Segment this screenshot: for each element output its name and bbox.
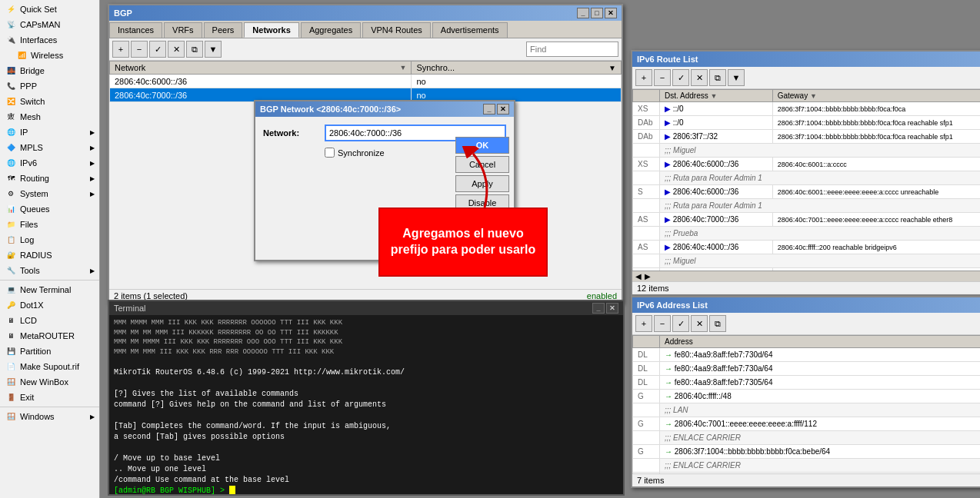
terminal-prompt-line: [admin@RB BGP WISPHUB] > — [114, 486, 618, 494]
synchronize-checkbox[interactable] — [325, 148, 335, 158]
table-row[interactable]: G → 2806:40c:7001::eeee:eeee:eeee:a:ffff… — [633, 417, 981, 431]
bgp-close-btn[interactable]: ✕ — [605, 8, 617, 18]
comment-cell: ;;; Miguel — [660, 144, 981, 158]
check-btn[interactable]: ✓ — [149, 41, 166, 58]
table-row[interactable]: DAb ▶ 2806:3f7::/32 2806:3f7:1004::bbbb:… — [633, 130, 981, 144]
sidebar-item-quickset[interactable]: ⚡ Quick Set — [0, 2, 99, 17]
addr-remove-btn[interactable]: − — [654, 315, 671, 332]
sidebar-item-tools[interactable]: 🔧 Tools ▶ — [0, 263, 99, 278]
ipv6-remove-btn[interactable]: − — [654, 69, 671, 86]
addr-cross-btn[interactable]: ✕ — [691, 315, 708, 332]
sidebar-item-capsman[interactable]: 📡 CAPsMAN — [0, 17, 99, 32]
tab-networks[interactable]: Networks — [244, 22, 299, 38]
sidebar-item-dot1x[interactable]: 🔑 Dot1X — [0, 297, 99, 313]
sidebar-item-system[interactable]: ⚙ System ▶ — [0, 186, 99, 201]
terminal-minimize-btn[interactable]: _ — [592, 303, 605, 314]
tab-vpn4routes[interactable]: VPN4 Routes — [362, 22, 431, 38]
table-row[interactable]: AS ▶ 2806:40c:4000::/36 2806:40c:ffff::2… — [633, 241, 981, 254]
copy-btn[interactable]: ⧉ — [186, 41, 203, 58]
sidebar-item-ppp[interactable]: 📞 PPP — [0, 78, 99, 94]
tab-aggregates[interactable]: Aggregates — [301, 22, 361, 38]
dialog-minimize-btn[interactable]: _ — [483, 104, 495, 115]
sidebar-item-queues[interactable]: 📊 Queues — [0, 201, 99, 217]
col-dst[interactable]: Dst. Address ▼ — [660, 90, 773, 102]
table-row[interactable]: ;;; ENLACE CARRIER — [633, 431, 981, 445]
table-row[interactable]: ;;; Miguel — [633, 254, 981, 268]
col-flag-hdr[interactable] — [633, 90, 660, 102]
col-address[interactable]: Address ▼ ≡ — [660, 336, 981, 348]
addr-check-btn[interactable]: ✓ — [672, 315, 689, 332]
table-row[interactable]: G → 2806:3f7:1004::bbbb:bbbb:bbbb:f0ca:b… — [633, 445, 981, 459]
tab-advertisements[interactable]: Advertisements — [432, 22, 508, 38]
sidebar-item-routing[interactable]: 🗺 Routing ▶ — [0, 171, 99, 186]
addr-copy-btn[interactable]: ⧉ — [709, 315, 726, 332]
sidebar-item-exit[interactable]: 🚪 Exit — [0, 390, 99, 405]
table-row[interactable]: XS ▶ 2806:40c:6000::/36 2806:40c:6001::a… — [633, 158, 981, 171]
bgp-find-input[interactable] — [526, 42, 618, 57]
sidebar-item-mesh[interactable]: 🕸 Mesh — [0, 109, 99, 124]
table-row[interactable]: DAb ▶ ::/0 2806:3f7:1004::bbbb:bbbb:bbbb… — [633, 116, 981, 130]
add-btn[interactable]: + — [112, 41, 129, 58]
sidebar-item-bridge[interactable]: 🌉 Bridge — [0, 63, 99, 78]
sidebar-item-interfaces[interactable]: 🔌 Interfaces — [0, 32, 99, 48]
table-row[interactable]: XS ▶ ::/0 2806:3f7:1004::bbbb:bbbb:bbbb:… — [633, 102, 981, 116]
gw-cell: 2806:3f7:1004::bbbb:bbbb:bbbb:f0ca:f0ca … — [772, 130, 980, 144]
table-row[interactable]: ;;; Ruta para Router Admin 1 — [633, 171, 981, 185]
table-row[interactable]: ;;; LAN — [633, 403, 981, 417]
dialog-close-btn[interactable]: ✕ — [497, 104, 509, 115]
tab-instances[interactable]: Instances — [109, 22, 162, 38]
col-synchro[interactable]: Synchro... ▼ — [412, 61, 622, 75]
sidebar-item-new-winbox[interactable]: 🪟 New WinBox — [0, 374, 99, 390]
col-gw[interactable]: Gateway ▼ — [772, 90, 980, 102]
sidebar-item-partition[interactable]: 💾 Partition — [0, 344, 99, 359]
table-row[interactable]: ;;; Ruta para Router Admin 1 — [633, 199, 981, 213]
table-row[interactable]: ;;; Miguel — [633, 144, 981, 158]
scroll-left-btn[interactable]: ◀ — [635, 272, 642, 281]
sidebar-item-mpls[interactable]: 🔷 MPLS ▶ — [0, 140, 99, 155]
table-row[interactable]: DL → fe80::4aa9:8aff:feb7:730a/64 — [633, 362, 981, 376]
table-row[interactable]: DL → fe80::4aa9:8aff:feb7:7305/64 — [633, 376, 981, 390]
remove-btn[interactable]: − — [131, 41, 148, 58]
sidebar-item-files[interactable]: 📁 Files — [0, 217, 99, 232]
terminal-body[interactable]: MMM MMMM MMM III KKK KKK RRRRRRR OOOOOO … — [109, 315, 623, 494]
table-row[interactable]: S ▶ 2806:40c:6000::/36 2806:40c:6001::ee… — [633, 185, 981, 199]
sidebar-item-ip[interactable]: 🌐 IP ▶ — [0, 124, 99, 140]
sidebar-item-lcd[interactable]: 🖥 LCD — [0, 313, 99, 328]
flag-cell — [633, 227, 660, 241]
tools-icon: 🔧 — [5, 264, 17, 277]
table-row[interactable]: ;;; ENLACE CARRIER — [633, 459, 981, 473]
table-row[interactable]: G → 2806:40c:ffff::/48 — [633, 390, 981, 403]
ppp-icon: 📞 — [5, 80, 17, 92]
table-row[interactable]: ;;; Prueba — [633, 227, 981, 241]
tab-peers[interactable]: Peers — [204, 22, 243, 38]
ipv6-check-btn[interactable]: ✓ — [672, 69, 689, 86]
ipv6-route-titlebar: IPv6 Route List _ □ ✕ — [632, 51, 980, 67]
sidebar-item-metarouter[interactable]: 🖥 MetaROUTER — [0, 328, 99, 344]
ipv6-copy-btn[interactable]: ⧉ — [709, 69, 726, 86]
sidebar-item-radius[interactable]: 🔐 RADIUS — [0, 247, 99, 263]
filter-btn[interactable]: ▼ — [205, 41, 222, 58]
ipv6-add-btn[interactable]: + — [635, 69, 652, 86]
sidebar-item-windows[interactable]: 🪟 Windows ▶ — [0, 409, 99, 424]
table-row[interactable]: 2806:40c:6000::/36 no — [110, 75, 622, 88]
bgp-maximize-btn[interactable]: □ — [591, 8, 603, 18]
sidebar-item-new-terminal[interactable]: 💻 New Terminal — [0, 282, 99, 297]
table-row[interactable]: AS ▶ 2806:40c:7000::/36 2806:40c:7001::e… — [633, 213, 981, 227]
sidebar-item-ipv6[interactable]: 🌐 IPv6 ▶ — [0, 155, 99, 171]
scroll-right-btn[interactable]: ▶ — [645, 272, 651, 281]
sidebar-item-make-supout[interactable]: 📄 Make Supout.rif — [0, 359, 99, 374]
bgp-minimize-btn[interactable]: _ — [577, 8, 589, 18]
col-network[interactable]: Network ▼ — [110, 61, 412, 75]
col-flag-hdr[interactable] — [633, 336, 660, 348]
radius-icon: 🔐 — [5, 249, 17, 261]
tab-vrfs[interactable]: VRFs — [164, 22, 202, 38]
sidebar-item-switch[interactable]: 🔀 Switch — [0, 94, 99, 109]
ipv6-cross-btn[interactable]: ✕ — [691, 69, 708, 86]
sidebar-item-log[interactable]: 📋 Log — [0, 232, 99, 247]
terminal-close-btn[interactable]: ✕ — [606, 303, 618, 314]
table-row[interactable]: DL → fe80::4aa9:8aff:feb7:730d/64 — [633, 348, 981, 362]
ipv6-filter-btn[interactable]: ▼ — [728, 69, 745, 86]
addr-add-btn[interactable]: + — [635, 315, 652, 332]
cross-btn[interactable]: ✕ — [168, 41, 185, 58]
sidebar-item-wireless[interactable]: 📶 Wireless — [0, 48, 99, 63]
